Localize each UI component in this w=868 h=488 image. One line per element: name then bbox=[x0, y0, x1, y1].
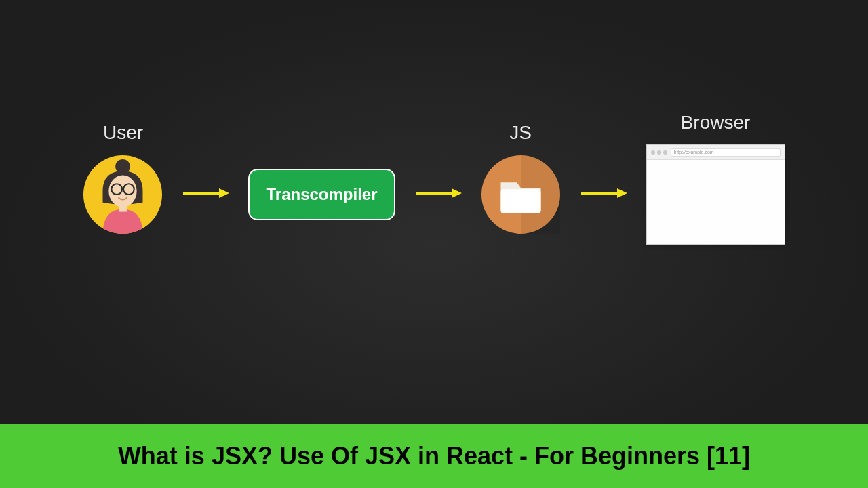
browser-window-icon: http://example.com bbox=[646, 144, 785, 245]
arrow-js-to-browser bbox=[580, 186, 627, 200]
svg-marker-9 bbox=[219, 188, 229, 198]
folder-icon bbox=[481, 155, 561, 235]
slide-title: What is JSX? Use Of JSX in React - For B… bbox=[118, 442, 750, 470]
window-controls-icon bbox=[651, 150, 667, 155]
browser-url-bar: http://example.com bbox=[671, 148, 781, 157]
js-label: JS bbox=[509, 122, 532, 146]
browser-label: Browser bbox=[681, 112, 751, 136]
svg-rect-7 bbox=[119, 205, 127, 212]
svg-marker-15 bbox=[617, 188, 627, 198]
transcompiler-box: Transcompiler bbox=[248, 169, 395, 220]
svg-point-3 bbox=[109, 175, 137, 207]
arrow-user-to-transcompiler bbox=[182, 186, 229, 200]
jsx-flow-diagram: User bbox=[0, 112, 868, 245]
browser-page bbox=[647, 160, 785, 244]
svg-rect-13 bbox=[500, 189, 540, 213]
transcompiler-node: Transcompiler bbox=[248, 169, 395, 220]
title-banner: What is JSX? Use Of JSX in React - For B… bbox=[0, 424, 868, 488]
browser-node: Browser http://example.com bbox=[646, 112, 785, 245]
arrow-transcompiler-to-js bbox=[414, 186, 462, 200]
user-avatar-icon bbox=[83, 155, 163, 235]
browser-chrome: http://example.com bbox=[647, 145, 785, 160]
js-node: JS bbox=[481, 122, 561, 235]
user-node: User bbox=[83, 122, 163, 235]
svg-marker-11 bbox=[452, 188, 462, 198]
user-label: User bbox=[103, 122, 143, 146]
